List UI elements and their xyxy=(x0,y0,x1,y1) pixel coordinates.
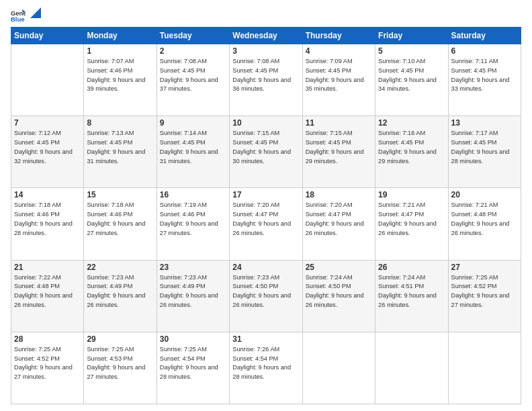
calendar-cell: 27Sunrise: 7:25 AMSunset: 4:52 PMDayligh… xyxy=(448,260,521,332)
day-number: 1 xyxy=(87,46,153,56)
calendar-cell: 19Sunrise: 7:21 AMSunset: 4:47 PMDayligh… xyxy=(375,188,448,260)
day-number: 29 xyxy=(87,334,153,344)
day-info: Sunrise: 7:07 AMSunset: 4:46 PMDaylight:… xyxy=(87,57,153,94)
day-number: 31 xyxy=(232,334,299,344)
day-number: 16 xyxy=(160,190,226,199)
calendar-cell: 8Sunrise: 7:13 AMSunset: 4:45 PMDaylight… xyxy=(84,116,157,188)
calendar-cell: 9Sunrise: 7:14 AMSunset: 4:45 PMDaylight… xyxy=(157,116,229,188)
calendar-cell: 23Sunrise: 7:23 AMSunset: 4:49 PMDayligh… xyxy=(157,260,229,332)
logo-icon: General Blue xyxy=(11,8,26,23)
day-number: 7 xyxy=(14,118,81,128)
calendar-cell: 31Sunrise: 7:26 AMSunset: 4:54 PMDayligh… xyxy=(230,332,302,404)
calendar-cell: 2Sunrise: 7:08 AMSunset: 4:45 PMDaylight… xyxy=(157,44,229,116)
day-number: 10 xyxy=(232,118,299,128)
day-info: Sunrise: 7:26 AMSunset: 4:54 PMDaylight:… xyxy=(232,345,299,382)
logo-triangle-icon xyxy=(30,7,41,18)
calendar-cell: 12Sunrise: 7:16 AMSunset: 4:45 PMDayligh… xyxy=(375,116,448,188)
day-number: 9 xyxy=(160,118,226,128)
calendar-cell: 3Sunrise: 7:08 AMSunset: 4:45 PMDaylight… xyxy=(230,44,302,116)
calendar-cell: 21Sunrise: 7:22 AMSunset: 4:48 PMDayligh… xyxy=(11,260,84,332)
day-info: Sunrise: 7:13 AMSunset: 4:45 PMDaylight:… xyxy=(87,129,153,166)
svg-text:Blue: Blue xyxy=(11,15,24,23)
day-number: 25 xyxy=(306,263,372,272)
day-number: 27 xyxy=(451,263,518,272)
day-info: Sunrise: 7:09 AMSunset: 4:45 PMDaylight:… xyxy=(306,57,372,94)
day-info: Sunrise: 7:11 AMSunset: 4:45 PMDaylight:… xyxy=(451,57,518,94)
day-number: 30 xyxy=(160,334,226,344)
calendar-cell: 24Sunrise: 7:23 AMSunset: 4:50 PMDayligh… xyxy=(230,260,302,332)
calendar-header-saturday: Saturday xyxy=(448,28,521,44)
day-info: Sunrise: 7:08 AMSunset: 4:45 PMDaylight:… xyxy=(160,57,226,94)
calendar-cell: 25Sunrise: 7:24 AMSunset: 4:50 PMDayligh… xyxy=(302,260,375,332)
day-number: 15 xyxy=(87,190,153,199)
day-info: Sunrise: 7:20 AMSunset: 4:47 PMDaylight:… xyxy=(306,201,372,238)
calendar-header-monday: Monday xyxy=(84,28,157,44)
calendar-week-row: 21Sunrise: 7:22 AMSunset: 4:48 PMDayligh… xyxy=(11,260,521,332)
day-info: Sunrise: 7:08 AMSunset: 4:45 PMDaylight:… xyxy=(232,57,299,94)
calendar-header-wednesday: Wednesday xyxy=(230,28,302,44)
calendar-cell: 6Sunrise: 7:11 AMSunset: 4:45 PMDaylight… xyxy=(448,44,521,116)
calendar-header-thursday: Thursday xyxy=(302,28,375,44)
day-info: Sunrise: 7:12 AMSunset: 4:45 PMDaylight:… xyxy=(14,129,81,166)
calendar-cell: 11Sunrise: 7:15 AMSunset: 4:45 PMDayligh… xyxy=(302,116,375,188)
day-number: 3 xyxy=(232,46,299,56)
calendar-cell: 10Sunrise: 7:15 AMSunset: 4:45 PMDayligh… xyxy=(230,116,302,188)
day-number: 5 xyxy=(378,46,445,56)
day-number: 24 xyxy=(232,263,299,272)
calendar-cell: 26Sunrise: 7:24 AMSunset: 4:51 PMDayligh… xyxy=(375,260,448,332)
svg-marker-3 xyxy=(30,7,41,18)
day-info: Sunrise: 7:18 AMSunset: 4:46 PMDaylight:… xyxy=(14,201,81,238)
day-info: Sunrise: 7:23 AMSunset: 4:50 PMDaylight:… xyxy=(232,273,299,310)
calendar-cell: 20Sunrise: 7:21 AMSunset: 4:48 PMDayligh… xyxy=(448,188,521,260)
day-info: Sunrise: 7:20 AMSunset: 4:47 PMDaylight:… xyxy=(232,201,299,238)
day-number: 14 xyxy=(14,190,81,199)
day-number: 21 xyxy=(14,263,81,272)
calendar-week-row: 1Sunrise: 7:07 AMSunset: 4:46 PMDaylight… xyxy=(11,44,521,116)
calendar-week-row: 7Sunrise: 7:12 AMSunset: 4:45 PMDaylight… xyxy=(11,116,521,188)
calendar-header-row: SundayMondayTuesdayWednesdayThursdayFrid… xyxy=(11,28,521,44)
header: General Blue xyxy=(11,8,521,23)
day-info: Sunrise: 7:23 AMSunset: 4:49 PMDaylight:… xyxy=(87,273,153,310)
calendar-header-friday: Friday xyxy=(375,28,448,44)
calendar-cell xyxy=(302,332,375,404)
day-number: 4 xyxy=(306,46,372,56)
calendar-cell: 28Sunrise: 7:25 AMSunset: 4:52 PMDayligh… xyxy=(11,332,84,404)
day-number: 28 xyxy=(14,334,81,344)
calendar-cell: 13Sunrise: 7:17 AMSunset: 4:45 PMDayligh… xyxy=(448,116,521,188)
calendar-cell: 1Sunrise: 7:07 AMSunset: 4:46 PMDaylight… xyxy=(84,44,157,116)
calendar-cell: 5Sunrise: 7:10 AMSunset: 4:45 PMDaylight… xyxy=(375,44,448,116)
day-number: 11 xyxy=(306,118,372,128)
logo: General Blue xyxy=(11,8,41,23)
day-info: Sunrise: 7:25 AMSunset: 4:52 PMDaylight:… xyxy=(14,345,81,382)
calendar-header-sunday: Sunday xyxy=(11,28,84,44)
calendar-cell: 22Sunrise: 7:23 AMSunset: 4:49 PMDayligh… xyxy=(84,260,157,332)
day-number: 2 xyxy=(160,46,226,56)
day-info: Sunrise: 7:25 AMSunset: 4:52 PMDaylight:… xyxy=(451,273,518,310)
calendar-cell: 18Sunrise: 7:20 AMSunset: 4:47 PMDayligh… xyxy=(302,188,375,260)
day-number: 17 xyxy=(232,190,299,199)
calendar-header-tuesday: Tuesday xyxy=(157,28,229,44)
day-number: 19 xyxy=(378,190,445,199)
day-info: Sunrise: 7:16 AMSunset: 4:45 PMDaylight:… xyxy=(378,129,445,166)
day-number: 22 xyxy=(87,263,153,272)
day-info: Sunrise: 7:23 AMSunset: 4:49 PMDaylight:… xyxy=(160,273,226,310)
day-number: 13 xyxy=(451,118,518,128)
day-number: 26 xyxy=(378,263,445,272)
day-info: Sunrise: 7:17 AMSunset: 4:45 PMDaylight:… xyxy=(451,129,518,166)
day-number: 20 xyxy=(451,190,518,199)
page: General Blue SundayMondayTuesdayWednesda… xyxy=(0,0,532,411)
calendar-cell: 17Sunrise: 7:20 AMSunset: 4:47 PMDayligh… xyxy=(230,188,302,260)
calendar-cell: 29Sunrise: 7:25 AMSunset: 4:53 PMDayligh… xyxy=(84,332,157,404)
day-info: Sunrise: 7:25 AMSunset: 4:53 PMDaylight:… xyxy=(87,345,153,382)
day-info: Sunrise: 7:14 AMSunset: 4:45 PMDaylight:… xyxy=(160,129,226,166)
day-info: Sunrise: 7:25 AMSunset: 4:54 PMDaylight:… xyxy=(160,345,226,382)
calendar-week-row: 14Sunrise: 7:18 AMSunset: 4:46 PMDayligh… xyxy=(11,188,521,260)
calendar-table: SundayMondayTuesdayWednesdayThursdayFrid… xyxy=(11,27,521,404)
day-number: 23 xyxy=(160,263,226,272)
day-info: Sunrise: 7:21 AMSunset: 4:48 PMDaylight:… xyxy=(451,201,518,238)
calendar-cell: 14Sunrise: 7:18 AMSunset: 4:46 PMDayligh… xyxy=(11,188,84,260)
day-info: Sunrise: 7:15 AMSunset: 4:45 PMDaylight:… xyxy=(306,129,372,166)
calendar-cell xyxy=(448,332,521,404)
calendar-cell xyxy=(375,332,448,404)
day-number: 6 xyxy=(451,46,518,56)
